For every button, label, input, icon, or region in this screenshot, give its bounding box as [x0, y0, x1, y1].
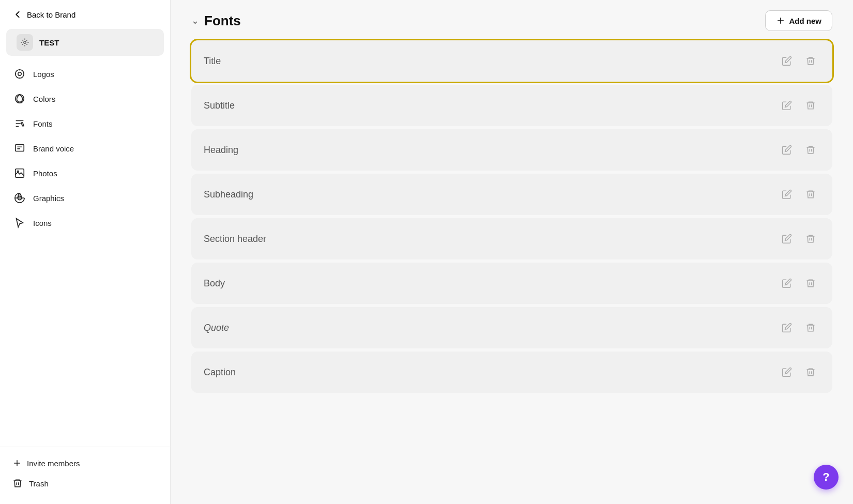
back-arrow-icon — [12, 9, 23, 20]
delete-icon — [805, 278, 816, 288]
brand-voice-icon — [13, 142, 26, 155]
delete-font-quote-button[interactable] — [801, 318, 820, 337]
font-row-name-caption: Caption — [204, 367, 236, 378]
edit-icon — [782, 56, 792, 66]
edit-font-quote-button[interactable] — [778, 318, 796, 337]
delete-icon — [805, 56, 816, 66]
graphics-icon — [13, 192, 26, 204]
sidebar-item-logos[interactable]: Logos — [6, 62, 164, 86]
sidebar-item-icons-label: Icons — [33, 219, 52, 227]
edit-icon — [782, 100, 792, 111]
delete-font-caption-button[interactable] — [801, 363, 820, 381]
sidebar-item-colors[interactable]: Colors — [6, 87, 164, 111]
back-to-brand-link[interactable]: Back to Brand — [0, 0, 170, 27]
sidebar-item-fonts-label: Fonts — [33, 119, 53, 128]
delete-font-title-button[interactable] — [801, 52, 820, 70]
invite-members-button[interactable]: Invite members — [10, 453, 160, 473]
font-row-actions-body — [778, 274, 820, 293]
font-row-section-header: Section header — [191, 218, 832, 259]
edit-icon — [782, 234, 792, 244]
delete-font-subheading-button[interactable] — [801, 185, 820, 204]
font-row-name-quote: Quote — [204, 323, 229, 333]
edit-icon — [782, 323, 792, 333]
sidebar-item-brand-voice-label: Brand voice — [33, 144, 74, 153]
delete-icon — [805, 189, 816, 200]
sidebar-item-photos-label: Photos — [33, 169, 57, 178]
font-row-actions-caption — [778, 363, 820, 381]
active-brand-name: TEST — [39, 38, 59, 47]
edit-font-subtitle-button[interactable] — [778, 96, 796, 115]
font-row-title: Title — [191, 40, 832, 82]
photos-icon — [13, 167, 26, 179]
add-new-button[interactable]: Add new — [765, 10, 833, 31]
svg-point-6 — [17, 171, 19, 172]
sidebar-item-photos[interactable]: Photos — [6, 161, 164, 185]
section-title-row: ⌄ Fonts — [191, 13, 241, 29]
font-row-actions-heading — [778, 141, 820, 159]
trash-icon — [12, 478, 23, 488]
logos-icon — [13, 68, 26, 80]
sidebar-item-logos-label: Logos — [33, 70, 54, 79]
add-new-plus-icon — [776, 16, 785, 25]
sidebar-bottom: Invite members Trash — [0, 447, 170, 504]
sidebar: Back to Brand TEST Logos — [0, 0, 171, 504]
font-row-actions-title — [778, 52, 820, 70]
sidebar-item-fonts[interactable]: Fonts — [6, 112, 164, 135]
edit-font-section-header-button[interactable] — [778, 230, 796, 248]
fonts-icon — [13, 117, 26, 130]
main-content: ⌄ Fonts Add new Title Subtitle Heading — [171, 0, 853, 504]
sidebar-item-colors-label: Colors — [33, 95, 55, 103]
delete-font-subtitle-button[interactable] — [801, 96, 820, 115]
svg-point-1 — [16, 70, 24, 79]
sidebar-item-icons[interactable]: Icons — [6, 211, 164, 235]
font-row-actions-subtitle — [778, 96, 820, 115]
icons-nav-icon — [13, 217, 26, 229]
invite-members-label: Invite members — [27, 459, 80, 468]
help-button[interactable]: ? — [814, 465, 839, 490]
font-row-name-heading: Heading — [204, 145, 238, 156]
edit-font-heading-button[interactable] — [778, 141, 796, 159]
edit-font-caption-button[interactable] — [778, 363, 796, 381]
font-row-name-title: Title — [204, 56, 221, 67]
back-to-brand-label: Back to Brand — [27, 10, 75, 19]
edit-font-subheading-button[interactable] — [778, 185, 796, 204]
font-row-name-section-header: Section header — [204, 234, 266, 245]
delete-font-heading-button[interactable] — [801, 141, 820, 159]
help-label: ? — [822, 470, 829, 484]
edit-icon — [782, 145, 792, 155]
sidebar-item-graphics-label: Graphics — [33, 194, 64, 203]
section-collapse-icon[interactable]: ⌄ — [191, 15, 199, 26]
font-row-body: Body — [191, 263, 832, 304]
edit-font-title-button[interactable] — [778, 52, 796, 70]
svg-rect-4 — [16, 145, 24, 151]
delete-font-section-header-button[interactable] — [801, 230, 820, 248]
sidebar-item-graphics[interactable]: Graphics — [6, 186, 164, 210]
edit-font-body-button[interactable] — [778, 274, 796, 293]
font-row-quote: Quote — [191, 307, 832, 348]
edit-icon — [782, 189, 792, 200]
svg-point-0 — [24, 41, 26, 44]
trash-button[interactable]: Trash — [10, 473, 160, 494]
colors-icon — [13, 93, 26, 105]
svg-point-2 — [18, 72, 21, 75]
delete-icon — [805, 367, 816, 377]
font-row-actions-section-header — [778, 230, 820, 248]
font-row-name-subtitle: Subtitle — [204, 100, 235, 111]
add-new-label: Add new — [789, 17, 822, 25]
delete-font-body-button[interactable] — [801, 274, 820, 293]
font-row-caption: Caption — [191, 352, 832, 393]
font-row-name-body: Body — [204, 278, 225, 289]
trash-label: Trash — [29, 479, 49, 488]
brand-icon — [17, 34, 33, 51]
delete-icon — [805, 323, 816, 333]
font-row-subtitle: Subtitle — [191, 85, 832, 126]
delete-icon — [805, 234, 816, 244]
active-brand-item[interactable]: TEST — [6, 29, 164, 56]
section-title: Fonts — [204, 13, 241, 29]
font-row-actions-quote — [778, 318, 820, 337]
font-row-actions-subheading — [778, 185, 820, 204]
plus-icon — [12, 459, 22, 468]
edit-icon — [782, 367, 792, 377]
edit-icon — [782, 278, 792, 288]
sidebar-item-brand-voice[interactable]: Brand voice — [6, 136, 164, 160]
